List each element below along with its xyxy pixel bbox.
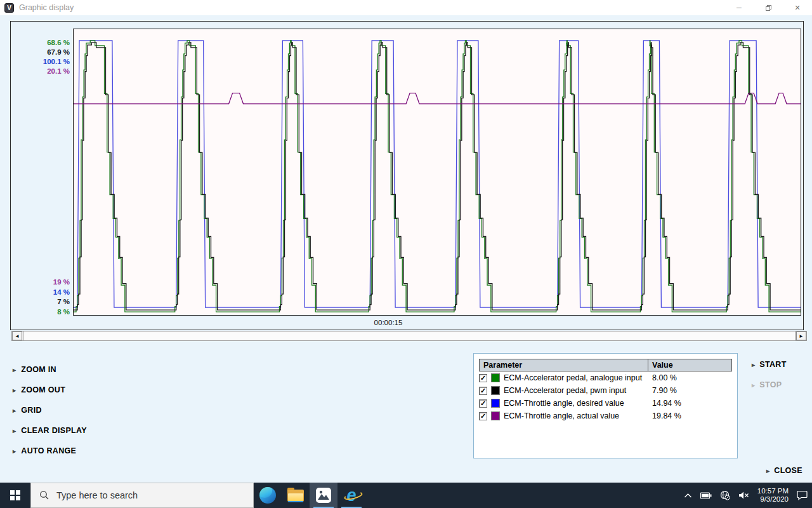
clear-display-button[interactable]: ▸ CLEAR DISPLAY	[13, 420, 87, 441]
stop-button-disabled: ▸ STOP	[752, 380, 782, 389]
table-row: ✓ ECM-Throttle angle, actual value 19.84…	[479, 410, 732, 422]
tray-clock[interactable]: 10:57 PM 9/3/2020	[757, 487, 789, 504]
internet-explorer-icon: e	[346, 487, 356, 504]
scroll-right-button[interactable]: ►	[796, 331, 806, 340]
system-tray: 10:57 PM 9/3/2020	[684, 483, 812, 508]
taskbar-file-explorer-button[interactable]	[282, 483, 310, 508]
chart-menu: ▸ ZOOM IN ▸ ZOOM OUT ▸ GRID ▸ CLEAR DISP…	[13, 359, 87, 461]
close-label: CLOSE	[774, 466, 802, 475]
plot-area	[73, 29, 801, 316]
trace-color-swatch	[491, 386, 500, 395]
tray-date: 9/3/2020	[757, 495, 789, 504]
photos-app-icon	[315, 487, 332, 504]
title-bar: V Graphic display ─ ✕	[0, 0, 812, 15]
menu-arrow-icon: ▸	[13, 427, 16, 434]
y-label: 100.1 %	[19, 57, 70, 67]
close-window-button[interactable]: ✕	[783, 0, 812, 15]
parameter-value: 7.90 %	[648, 386, 732, 395]
y-label: 19 %	[19, 277, 70, 288]
trace-color-swatch	[491, 411, 500, 420]
parameter-name: ECM-Accelerator pedal, pwm input	[504, 386, 626, 395]
x-axis-time-label: 00:00:15	[341, 319, 436, 326]
edge-browser-icon	[259, 487, 276, 504]
tray-chevron-up-icon[interactable]	[684, 493, 692, 498]
trace-checkbox[interactable]: ✓	[479, 387, 487, 395]
table-row: ✓ ECM-Accelerator pedal, pwm input 7.90 …	[479, 384, 732, 397]
minimize-icon: ─	[737, 4, 742, 11]
search-input[interactable]	[56, 490, 234, 500]
taskbar-search-box[interactable]	[30, 483, 254, 508]
taskbar-internet-explorer-button[interactable]: e	[337, 483, 365, 508]
chart-horizontal-scrollbar[interactable]: ◄ ►	[11, 331, 807, 341]
scroll-right-icon: ►	[799, 333, 804, 339]
parameter-name: ECM-Accelerator pedal, analogue input	[504, 373, 642, 382]
zoom-in-button[interactable]: ▸ ZOOM IN	[13, 359, 87, 380]
parameter-name: ECM-Throttle angle, desired value	[504, 399, 624, 408]
main-content: 68.6 % 67.9 % 100.1 % 20.1 % 19 % 14 % 7…	[0, 15, 812, 483]
volume-muted-icon[interactable]	[738, 491, 749, 500]
menu-arrow-icon: ▸	[752, 382, 755, 389]
trace-checkbox[interactable]: ✓	[479, 412, 487, 420]
taskbar-active-app-button[interactable]	[310, 483, 337, 508]
y-label: 67.9 %	[19, 48, 70, 57]
menu-arrow-icon: ▸	[13, 366, 16, 373]
parameter-value: 14.94 %	[648, 399, 732, 408]
close-button[interactable]: ▸ CLOSE	[766, 466, 802, 475]
menu-arrow-icon: ▸	[13, 448, 16, 455]
stop-label: STOP	[759, 380, 782, 389]
trace-line-1	[74, 41, 801, 312]
parameter-cell: ✓ ECM-Accelerator pedal, pwm input	[479, 386, 648, 395]
restore-icon	[765, 4, 772, 11]
scrollbar-thumb[interactable]	[23, 331, 796, 340]
y-label: 7 %	[19, 297, 70, 307]
start-button[interactable]: ▸ START	[752, 360, 787, 369]
search-icon	[39, 490, 49, 500]
trace-color-swatch	[491, 399, 500, 408]
scrollbar-track[interactable]	[22, 331, 796, 340]
app-logo-icon: V	[4, 3, 14, 13]
start-label: START	[759, 360, 786, 369]
auto-range-button[interactable]: ▸ AUTO RANGE	[13, 441, 87, 461]
zoom-out-label: ZOOM OUT	[21, 385, 65, 394]
scroll-left-icon: ◄	[15, 333, 20, 339]
trace-checkbox[interactable]: ✓	[479, 374, 487, 382]
menu-arrow-icon: ▸	[13, 387, 16, 394]
window-title: Graphic display	[19, 3, 74, 12]
y-label: 20.1 %	[19, 67, 70, 76]
trace-chart	[74, 29, 801, 315]
auto-range-label: AUTO RANGE	[21, 446, 76, 455]
network-globe-no-internet-icon[interactable]	[720, 490, 730, 500]
parameter-cell: ✓ ECM-Throttle angle, actual value	[479, 411, 648, 420]
scroll-left-button[interactable]: ◄	[12, 331, 22, 340]
taskbar-edge-button[interactable]	[254, 483, 282, 508]
parameter-cell: ✓ ECM-Throttle angle, desired value	[479, 399, 648, 408]
zoom-in-label: ZOOM IN	[21, 365, 56, 374]
tray-time: 10:57 PM	[757, 487, 789, 495]
zoom-out-button[interactable]: ▸ ZOOM OUT	[13, 380, 87, 400]
parameter-table: Parameter Value ✓ ECM-Accelerator pedal,…	[473, 353, 738, 458]
header-value: Value	[648, 359, 731, 371]
battery-icon[interactable]	[700, 492, 712, 499]
parameter-name: ECM-Throttle angle, actual value	[504, 411, 619, 420]
window-controls: ─ ✕	[724, 0, 812, 15]
table-row: ✓ ECM-Throttle angle, desired value 14.9…	[479, 397, 732, 410]
restore-button[interactable]	[754, 0, 783, 15]
menu-arrow-icon: ▸	[766, 467, 769, 474]
table-header-row: Parameter Value	[479, 359, 732, 371]
y-label: 8 %	[19, 307, 70, 318]
trace-checkbox[interactable]: ✓	[479, 399, 487, 408]
header-parameter: Parameter	[480, 359, 648, 371]
clear-display-label: CLEAR DISPLAY	[21, 426, 86, 435]
taskbar: e 10:57 PM 9/3/2020	[0, 483, 812, 508]
minimize-button[interactable]: ─	[724, 0, 754, 15]
y-label: 68.6 %	[19, 38, 70, 48]
parameter-value: 19.84 %	[648, 411, 732, 420]
start-menu-button[interactable]	[0, 483, 30, 508]
action-center-icon[interactable]	[797, 490, 808, 500]
y-axis-min-labels: 19 % 14 % 7 % 8 %	[19, 277, 70, 317]
grid-label: GRID	[21, 406, 41, 415]
grid-button[interactable]: ▸ GRID	[13, 400, 87, 420]
y-label: 14 %	[19, 288, 70, 298]
menu-arrow-icon: ▸	[13, 407, 16, 414]
parameter-cell: ✓ ECM-Accelerator pedal, analogue input	[479, 373, 648, 382]
